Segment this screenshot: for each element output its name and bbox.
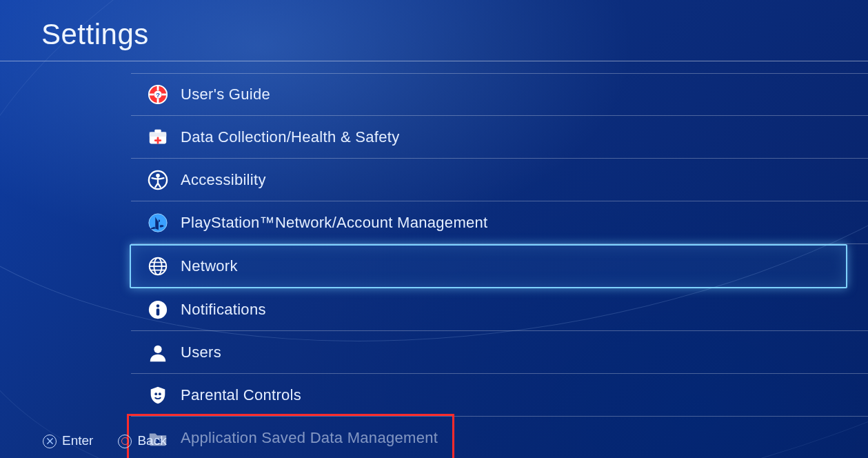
svg-point-22	[154, 392, 157, 395]
menu-item-notifications[interactable]: Notifications	[131, 288, 868, 331]
svg-point-12	[156, 173, 160, 177]
hint-enter-label: Enter	[62, 433, 93, 448]
menu-item-label: Notifications	[181, 301, 266, 319]
menu-item-users-guide[interactable]: ? User's Guide	[131, 73, 868, 116]
menu-item-label: Data Collection/Health & Safety	[181, 128, 399, 146]
menu-item-label: Users	[181, 344, 221, 361]
user-icon	[148, 342, 168, 363]
hint-enter: Enter	[43, 433, 93, 448]
svg-point-21	[154, 345, 161, 352]
medkit-icon	[148, 127, 168, 148]
info-icon	[148, 299, 168, 320]
menu-item-accessibility[interactable]: Accessibility	[131, 159, 868, 201]
menu-item-users[interactable]: Users	[131, 331, 868, 374]
circle-button-icon	[118, 435, 132, 448]
menu-item-label: Parental Controls	[181, 386, 301, 404]
accessibility-icon	[148, 170, 168, 190]
menu-item-label: PlayStation™Network/Account Management	[181, 214, 488, 232]
menu-item-parental-controls[interactable]: Parental Controls	[131, 374, 868, 417]
menu-item-network[interactable]: Network	[130, 244, 847, 288]
menu-item-label: Application Saved Data Management	[181, 429, 438, 447]
header: Settings	[0, 0, 868, 61]
svg-rect-20	[157, 308, 160, 315]
header-divider	[0, 61, 868, 61]
svg-point-19	[157, 304, 160, 308]
settings-list: ? User's Guide Data Collection/Health & …	[131, 73, 868, 458]
svg-text:?: ?	[156, 92, 160, 99]
lifebuoy-icon: ?	[148, 84, 168, 105]
svg-point-23	[159, 392, 161, 395]
svg-rect-9	[150, 132, 166, 137]
hint-back-label: Back	[137, 433, 166, 448]
cross-button-icon	[43, 435, 57, 448]
page-title: Settings	[41, 18, 868, 51]
parental-icon	[148, 385, 168, 406]
hint-back: Back	[118, 433, 166, 448]
menu-item-label: Network	[181, 257, 238, 275]
footer-hints: Enter Back	[43, 433, 167, 448]
svg-rect-10	[154, 129, 161, 132]
psn-logo-icon	[148, 212, 168, 233]
menu-item-psn-account[interactable]: PlayStation™Network/Account Management	[131, 201, 868, 244]
menu-item-app-saved-data[interactable]: Application Saved Data Management	[131, 417, 868, 458]
menu-item-label: Accessibility	[181, 171, 266, 189]
menu-item-data-collection[interactable]: Data Collection/Health & Safety	[131, 116, 868, 159]
menu-item-label: User's Guide	[181, 86, 270, 103]
globe-icon	[148, 256, 168, 277]
